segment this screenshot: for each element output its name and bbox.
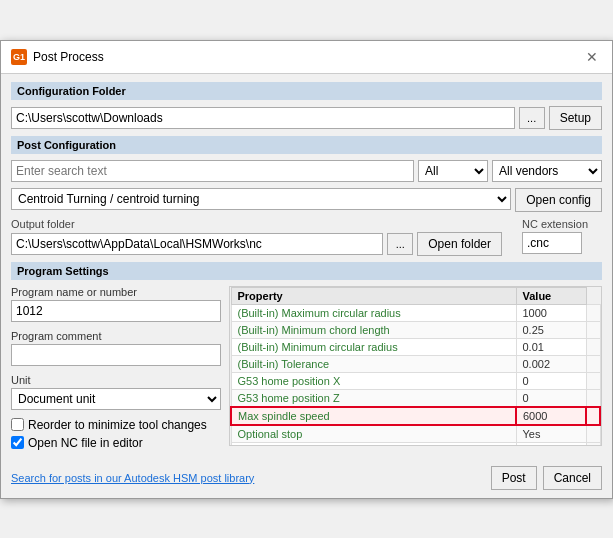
bottom-row: Search for posts in our Autodesk HSM pos… xyxy=(11,462,602,490)
reorder-checkbox[interactable] xyxy=(11,418,24,431)
prop-value-cell: G28 xyxy=(516,442,586,446)
close-button[interactable]: ✕ xyxy=(582,47,602,67)
prop-name-cell: G53 home position Z xyxy=(231,389,516,407)
prop-value-cell: Yes xyxy=(516,425,586,443)
config-folder-browse-button[interactable]: ... xyxy=(519,107,545,129)
output-folder-input[interactable] xyxy=(11,233,383,255)
table-row[interactable]: (Built-in) Minimum chord length 0.25 xyxy=(231,321,600,338)
table-row[interactable]: Optional stop Yes xyxy=(231,425,600,443)
prop-value-cell: 0.002 xyxy=(516,355,586,372)
prop-value-cell: 0.25 xyxy=(516,321,586,338)
open-nc-checkbox-row: Open NC file in editor xyxy=(11,436,221,450)
program-right: Property Value (Built-in) Maximum circul… xyxy=(229,286,602,454)
program-settings-body: Program name or number Program comment U… xyxy=(11,286,602,454)
prop-name-cell: (Built-in) Maximum circular radius xyxy=(231,304,516,321)
prop-name-cell: Max spindle speed xyxy=(231,407,516,425)
table-row[interactable]: Max spindle speed 6000 xyxy=(231,407,600,425)
cancel-button[interactable]: Cancel xyxy=(543,466,602,490)
output-folder-label: Output folder xyxy=(11,218,502,230)
unit-label: Unit xyxy=(11,374,221,386)
open-nc-checkbox[interactable] xyxy=(11,436,24,449)
table-row[interactable]: (Built-in) Maximum circular radius 1000 xyxy=(231,304,600,321)
scroll-spacer xyxy=(586,321,600,338)
col-property: Property xyxy=(231,287,516,304)
reorder-label: Reorder to minimize tool changes xyxy=(28,418,207,432)
all-select[interactable]: All xyxy=(418,160,488,182)
program-comment-label: Program comment xyxy=(11,330,221,342)
hsm-library-link[interactable]: Search for posts in our Autodesk HSM pos… xyxy=(11,472,254,484)
col-value: Value xyxy=(516,287,586,304)
prop-value-cell: 1000 xyxy=(516,304,586,321)
output-browse-button[interactable]: ... xyxy=(387,233,413,255)
scroll-spacer xyxy=(586,372,600,389)
table-row[interactable]: (Built-in) Tolerance 0.002 xyxy=(231,355,600,372)
program-name-label: Program name or number xyxy=(11,286,221,298)
prop-value-cell: 6000 xyxy=(516,407,586,425)
prop-name-cell: (Built-in) Minimum circular radius xyxy=(231,338,516,355)
scroll-spacer xyxy=(586,338,600,355)
config-folder-input[interactable] xyxy=(11,107,515,129)
prop-name-cell: Safe Retracts xyxy=(231,442,516,446)
output-folder-part: Output folder ... Open folder xyxy=(11,218,502,256)
app-icon: G1 xyxy=(11,49,27,65)
vendors-select[interactable]: All vendors xyxy=(492,160,602,182)
search-input[interactable] xyxy=(11,160,414,182)
post-config-select-row: Centroid Turning / centroid turning Open… xyxy=(11,188,602,212)
output-folder-row: ... Open folder xyxy=(11,232,502,256)
title-bar-left: G1 Post Process xyxy=(11,49,104,65)
scroll-spacer xyxy=(586,442,600,446)
prop-name-cell: Optional stop xyxy=(231,425,516,443)
dialog-body: Configuration Folder ... Setup Post Conf… xyxy=(1,74,612,498)
bottom-buttons: Post Cancel xyxy=(491,466,602,490)
open-config-button[interactable]: Open config xyxy=(515,188,602,212)
open-nc-label: Open NC file in editor xyxy=(28,436,143,450)
config-select[interactable]: Centroid Turning / centroid turning xyxy=(11,188,511,210)
prop-name-cell: (Built-in) Tolerance xyxy=(231,355,516,372)
prop-value-cell: 0.01 xyxy=(516,338,586,355)
nc-ext-input[interactable] xyxy=(522,232,582,254)
program-left: Program name or number Program comment U… xyxy=(11,286,221,454)
dialog-title: Post Process xyxy=(33,50,104,64)
scroll-spacer xyxy=(586,355,600,372)
open-folder-button[interactable]: Open folder xyxy=(417,232,502,256)
config-folder-section-header: Configuration Folder xyxy=(11,82,602,100)
post-config-search-row: All All vendors xyxy=(11,160,602,182)
scroll-spacer xyxy=(586,407,600,425)
reorder-checkbox-row: Reorder to minimize tool changes xyxy=(11,418,221,432)
nc-ext-label: NC extension xyxy=(522,218,602,230)
prop-name-cell: (Built-in) Minimum chord length xyxy=(231,321,516,338)
post-button[interactable]: Post xyxy=(491,466,537,490)
properties-table: Property Value (Built-in) Maximum circul… xyxy=(230,287,601,446)
post-process-dialog: G1 Post Process ✕ Configuration Folder .… xyxy=(0,40,613,499)
post-config-section-header: Post Configuration xyxy=(11,136,602,154)
prop-value-cell: 0 xyxy=(516,372,586,389)
program-name-input[interactable] xyxy=(11,300,221,322)
table-row[interactable]: G53 home position Z 0 xyxy=(231,389,600,407)
nc-ext-part: NC extension xyxy=(522,218,602,256)
setup-button[interactable]: Setup xyxy=(549,106,602,130)
prop-value-cell: 0 xyxy=(516,389,586,407)
prop-name-cell: G53 home position X xyxy=(231,372,516,389)
config-folder-row: ... Setup xyxy=(11,106,602,130)
properties-table-container: Property Value (Built-in) Maximum circul… xyxy=(229,286,602,446)
scroll-spacer xyxy=(586,304,600,321)
program-comment-input[interactable] xyxy=(11,344,221,366)
output-folder-section: Output folder ... Open folder NC extensi… xyxy=(11,218,602,256)
scroll-spacer xyxy=(586,389,600,407)
table-row[interactable]: Safe Retracts G28 xyxy=(231,442,600,446)
title-bar: G1 Post Process ✕ xyxy=(1,41,612,74)
unit-select[interactable]: Document unit xyxy=(11,388,221,410)
table-row[interactable]: G53 home position X 0 xyxy=(231,372,600,389)
table-row[interactable]: (Built-in) Minimum circular radius 0.01 xyxy=(231,338,600,355)
scroll-spacer xyxy=(586,425,600,443)
program-settings-section-header: Program Settings xyxy=(11,262,602,280)
